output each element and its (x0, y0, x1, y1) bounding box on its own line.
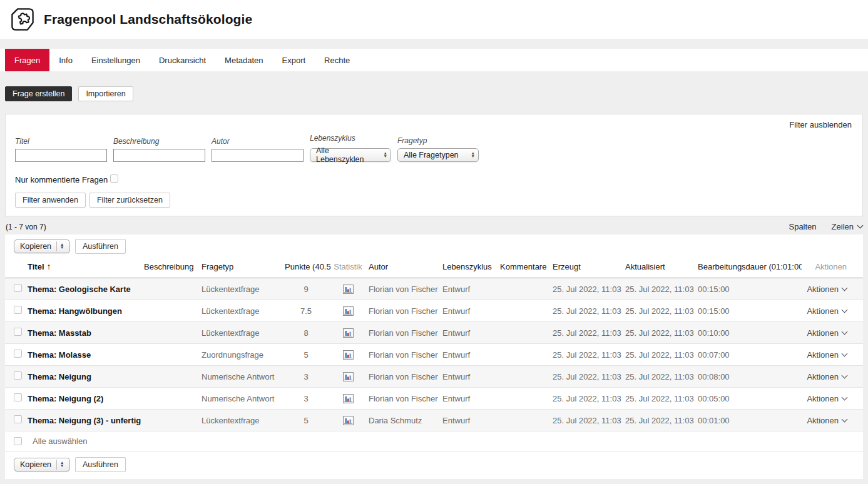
question-updated: 25. Jul 2022, 11:03 (624, 388, 697, 410)
table-header-row: Titel↑ Beschreibung Fragetyp Punkte (40.… (5, 256, 863, 278)
question-type: Lückentextfrage (200, 278, 283, 300)
column-header-titel[interactable]: Titel↑ (26, 256, 143, 278)
chevron-down-icon (842, 394, 848, 400)
row-actions-dropdown[interactable]: Aktionen (807, 285, 847, 294)
question-points: 5 (283, 410, 331, 431)
question-duration: 00:15:00 (697, 278, 802, 300)
question-title-link[interactable]: Thema: Masstab (26, 322, 143, 344)
row-actions-dropdown[interactable]: Aktionen (807, 394, 847, 403)
column-header-punkte[interactable]: Punkte (40.5) (283, 256, 331, 278)
chevron-down-icon (842, 306, 848, 313)
question-comments (499, 388, 551, 410)
filter-apply-button[interactable]: Filter anwenden (15, 193, 86, 208)
question-title-link[interactable]: Thema: Neigung (26, 366, 143, 388)
question-title-link[interactable]: Thema: Geologische Karte (26, 278, 143, 300)
row-actions-dropdown[interactable]: Aktionen (807, 350, 847, 360)
fragetyp-filter-select[interactable]: Alle Fragetypen ▲▼ (397, 148, 479, 162)
question-author: Daria Schmutz (367, 410, 441, 431)
column-header-aktualisiert[interactable]: Aktualisiert (624, 256, 697, 278)
select-arrows-icon: ▲▼ (56, 460, 64, 470)
column-header-lebenszyklus[interactable]: Lebenszyklus (441, 256, 499, 278)
chevron-down-icon (842, 328, 848, 335)
tab-fragen[interactable]: Fragen (5, 49, 49, 71)
autor-filter-label: Autor (212, 137, 304, 146)
import-button[interactable]: Importieren (78, 86, 133, 101)
bulk-action-select-bottom[interactable]: Kopieren ▲▼ (14, 458, 70, 471)
rows-toggle[interactable]: Zeilen (832, 222, 862, 231)
execute-button-bottom[interactable]: Ausführen (75, 457, 126, 472)
row-checkbox[interactable] (14, 350, 22, 358)
tab-info[interactable]: Info (49, 49, 82, 71)
row-checkbox[interactable] (14, 306, 22, 314)
question-description (143, 300, 200, 322)
select-all-label: Alle auswählen (33, 436, 87, 446)
question-title-link[interactable]: Thema: Neigung (3) - unfertig (26, 410, 143, 431)
question-title-link[interactable]: Thema: Molasse (26, 344, 143, 366)
autor-filter-input[interactable] (212, 149, 304, 162)
statistics-icon[interactable] (343, 416, 354, 425)
question-title-link[interactable]: Thema: Hangwölbungen (26, 300, 143, 322)
columns-toggle[interactable]: Spalten (789, 222, 816, 231)
row-actions-dropdown[interactable]: Aktionen (807, 416, 847, 425)
tab-metadaten[interactable]: Metadaten (215, 49, 272, 71)
tab-druckansicht[interactable]: Druckansicht (150, 49, 215, 71)
question-duration: 00:01:00 (697, 410, 802, 431)
page-title: Fragenpool Landschaftsökologie (44, 12, 252, 27)
table-row: Thema: Geologische Karte Lückentextfrage… (5, 278, 863, 300)
question-lifecycle: Entwurf (441, 366, 499, 388)
select-all-checkbox[interactable] (14, 437, 22, 445)
comment-filter-checkbox[interactable] (110, 174, 118, 183)
row-checkbox[interactable] (14, 415, 22, 423)
column-header-erzeugt[interactable]: Erzeugt (551, 256, 624, 278)
column-header-fragetyp[interactable]: Fragetyp (200, 256, 283, 278)
create-question-button[interactable]: Frage erstellen (5, 86, 72, 101)
execute-button-top[interactable]: Ausführen (75, 239, 126, 254)
column-header-autor[interactable]: Autor (367, 256, 441, 278)
table-row: Thema: Molasse Zuordnungsfrage 5 (5, 344, 863, 366)
question-created: 25. Jul 2022, 11:03 (551, 300, 624, 322)
filter-reset-button[interactable]: Filter zurücksetzen (89, 193, 170, 208)
bulk-action-select-top[interactable]: Kopieren ▲▼ (14, 239, 70, 253)
question-updated: 25. Jul 2022, 11:03 (624, 322, 697, 344)
question-lifecycle: Entwurf (441, 300, 499, 322)
row-actions-dropdown[interactable]: Aktionen (807, 328, 847, 338)
row-actions-dropdown[interactable]: Aktionen (807, 372, 847, 381)
select-arrows-icon: ▲▼ (379, 152, 387, 158)
question-title-link[interactable]: Thema: Neigung (2) (26, 388, 143, 410)
question-created: 25. Jul 2022, 11:03 (551, 322, 624, 344)
column-header-kommentare[interactable]: Kommentare (499, 256, 551, 278)
titel-filter-label: Titel (15, 137, 107, 146)
question-lifecycle: Entwurf (441, 388, 499, 410)
question-pool-icon (9, 6, 36, 33)
column-header-beschreibung[interactable]: Beschreibung (143, 256, 200, 278)
column-header-bearbeitungsdauer[interactable]: Bearbeitungsdauer (01:01:00) (697, 256, 802, 278)
question-updated: 25. Jul 2022, 11:03 (624, 278, 697, 300)
tab-einstellungen[interactable]: Einstellungen (82, 49, 150, 71)
row-checkbox[interactable] (14, 328, 22, 336)
statistics-icon[interactable] (343, 328, 354, 338)
question-duration: 00:10:00 (697, 322, 802, 344)
row-actions-dropdown[interactable]: Aktionen (807, 306, 847, 316)
question-author: Florian von Fischer (367, 344, 441, 366)
filter-hide-link[interactable]: Filter ausblenden (789, 120, 852, 129)
beschreibung-filter-input[interactable] (113, 149, 205, 162)
titel-filter-input[interactable] (15, 149, 107, 162)
statistics-icon[interactable] (343, 394, 354, 403)
row-checkbox[interactable] (14, 284, 22, 292)
question-author: Florian von Fischer (367, 322, 441, 344)
statistics-icon[interactable] (343, 372, 354, 381)
tab-rechte[interactable]: Rechte (315, 49, 359, 71)
question-comments (499, 366, 551, 388)
lebenszyklus-filter-select[interactable]: Alle Lebenszyklen ▲▼ (310, 148, 391, 162)
row-checkbox[interactable] (14, 371, 22, 380)
tab-export[interactable]: Export (273, 49, 315, 71)
question-comments (499, 410, 551, 431)
statistics-icon[interactable] (343, 306, 354, 316)
row-checkbox[interactable] (14, 393, 22, 401)
statistics-icon[interactable] (343, 285, 354, 294)
question-duration: 00:07:00 (697, 344, 802, 366)
statistics-icon[interactable] (343, 350, 354, 360)
question-points: 3 (283, 366, 331, 388)
question-type: Zuordnungsfrage (200, 344, 283, 366)
comment-filter-label: Nur kommentierte Fragen (15, 175, 108, 184)
